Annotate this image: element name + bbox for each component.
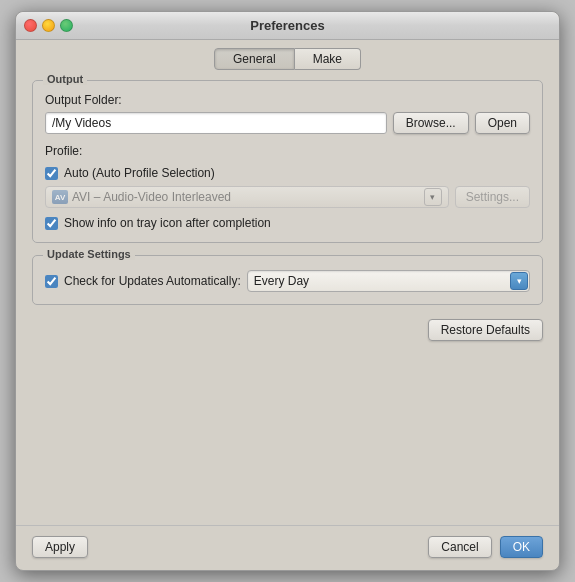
settings-button[interactable]: Settings...: [455, 186, 530, 208]
cancel-button[interactable]: Cancel: [428, 536, 491, 558]
tab-general[interactable]: General: [214, 48, 295, 70]
tab-make[interactable]: Make: [295, 48, 361, 70]
avi-dropdown: AV AVI – Audio-Video Interleaved ▾: [45, 186, 449, 208]
bottom-bar: Apply Cancel OK: [16, 525, 559, 570]
avi-label: AVI – Audio-Video Interleaved: [72, 190, 420, 204]
traffic-lights: [24, 19, 73, 32]
frequency-dropdown-container: Every DayEvery WeekEvery MonthNever ▾: [247, 270, 530, 292]
show-info-checkbox[interactable]: [45, 217, 58, 230]
zoom-button[interactable]: [60, 19, 73, 32]
show-info-row: Show info on tray icon after completion: [45, 216, 530, 230]
show-info-label: Show info on tray icon after completion: [64, 216, 271, 230]
auto-profile-checkbox[interactable]: [45, 167, 58, 180]
tabs-container: General Make: [16, 40, 559, 70]
window-title: Preferences: [250, 18, 324, 33]
bottom-left: Apply: [32, 536, 428, 558]
folder-row: Browse... Open: [45, 112, 530, 134]
frequency-select[interactable]: Every DayEvery WeekEvery MonthNever: [247, 270, 530, 292]
open-button[interactable]: Open: [475, 112, 530, 134]
main-content: Output Output Folder: Browse... Open Pro…: [16, 70, 559, 525]
restore-row: Restore Defaults: [32, 321, 543, 341]
apply-button[interactable]: Apply: [32, 536, 88, 558]
auto-profile-label: Auto (Auto Profile Selection): [64, 166, 215, 180]
check-updates-checkbox[interactable]: [45, 275, 58, 288]
browse-button[interactable]: Browse...: [393, 112, 469, 134]
profile-label: Profile:: [45, 144, 530, 158]
update-section-label: Update Settings: [43, 248, 135, 260]
preferences-window: Preferences General Make Output Output F…: [15, 11, 560, 571]
avi-dropdown-arrow: ▾: [424, 188, 442, 206]
avi-icon: AV: [52, 190, 68, 204]
folder-label: Output Folder:: [45, 93, 530, 107]
folder-input[interactable]: [45, 112, 387, 134]
bottom-right: Cancel OK: [428, 536, 543, 558]
auto-profile-row: Auto (Auto Profile Selection): [45, 166, 530, 180]
update-section: Update Settings Check for Updates Automa…: [32, 255, 543, 305]
output-section-label: Output: [43, 73, 87, 85]
check-updates-label: Check for Updates Automatically:: [64, 274, 241, 288]
minimize-button[interactable]: [42, 19, 55, 32]
close-button[interactable]: [24, 19, 37, 32]
ok-button[interactable]: OK: [500, 536, 543, 558]
title-bar: Preferences: [16, 12, 559, 40]
output-section: Output Output Folder: Browse... Open Pro…: [32, 80, 543, 243]
profile-dropdown-row: AV AVI – Audio-Video Interleaved ▾ Setti…: [45, 186, 530, 208]
restore-defaults-button[interactable]: Restore Defaults: [428, 319, 543, 341]
check-updates-row: Check for Updates Automatically: Every D…: [45, 270, 530, 292]
